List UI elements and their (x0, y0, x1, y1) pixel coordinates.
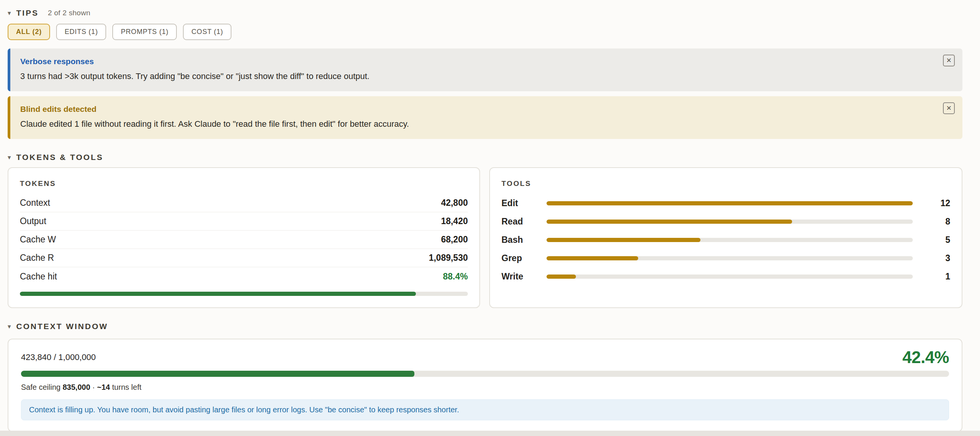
chevron-down-icon: ▾ (8, 323, 11, 330)
dismiss-tip-button[interactable]: ✕ (943, 102, 955, 114)
cache-hit-progress-bar (20, 292, 468, 296)
tokens-tools-section-header[interactable]: ▾ TOKENS & TOOLS (8, 153, 962, 162)
turns-left-value: ~14 (97, 383, 110, 391)
token-row: Output 18,420 (20, 212, 468, 231)
tip-card-verbose-responses: Verbose responses 3 turns had >3k output… (8, 48, 962, 91)
tip-body: Claude edited 1 file without reading it … (20, 119, 928, 129)
tip-title: Blind edits detected (20, 105, 928, 114)
tips-section-title: TIPS (16, 8, 39, 18)
context-percent: 42.4% (902, 348, 949, 367)
session-dashboard: ▾ TIPS 2 of 2 shown ALL (2) EDITS (1) PR… (8, 0, 962, 432)
context-note: Context is filling up. You have room, bu… (21, 399, 949, 420)
close-icon: ✕ (946, 104, 951, 112)
token-label: Context (20, 198, 50, 208)
tool-usage-bar-fill (547, 275, 576, 279)
token-value: 42,800 (441, 198, 468, 208)
tools-card-title: TOOLS (501, 179, 950, 188)
context-window-card: 423,840 / 1,000,000 42.4% Safe ceiling 8… (8, 339, 962, 432)
filter-pill-cost[interactable]: COST (1) (183, 24, 231, 40)
tool-usage-bar-fill (547, 238, 700, 242)
token-label: Output (20, 216, 46, 226)
tool-usage-bar (547, 220, 913, 224)
token-label: Cache W (20, 234, 56, 245)
token-row: Cache hit 88.4% (20, 267, 468, 286)
tips-filter-bar: ALL (2) EDITS (1) PROMPTS (1) COST (1) (8, 24, 962, 40)
context-progress-bar (21, 371, 949, 377)
token-value: 68,200 (441, 234, 468, 245)
tool-usage-bar (547, 238, 913, 242)
token-value: 1,089,530 (429, 253, 468, 263)
tip-card-blind-edits: Blind edits detected Claude edited 1 fil… (8, 96, 962, 139)
tool-usage-bar-fill (547, 256, 638, 260)
tool-count: 1 (928, 271, 950, 282)
context-usage-text: 423,840 / 1,000,000 (21, 352, 96, 362)
tool-count: 8 (928, 216, 950, 227)
tool-row: Bash 5 (501, 231, 950, 249)
tools-card: TOOLS Edit 12 Read 8 Bash 5 (489, 167, 962, 308)
tokens-card: TOKENS Context 42,800 Output 18,420 Cach… (8, 167, 480, 308)
tip-body: 3 turns had >3k output tokens. Try addin… (20, 71, 928, 81)
context-usage-row: 423,840 / 1,000,000 42.4% (21, 348, 949, 367)
tool-row: Write 1 (501, 267, 950, 286)
tool-usage-bar-fill (547, 220, 792, 224)
turns-left-label: turns left (112, 383, 142, 391)
tokens-tools-section-title: TOKENS & TOOLS (16, 153, 103, 162)
chevron-down-icon: ▾ (8, 154, 11, 161)
tips-shown-count: 2 of 2 shown (48, 9, 90, 17)
tool-usage-bar (547, 201, 913, 205)
cache-hit-progress-fill (20, 292, 416, 296)
filter-pill-prompts[interactable]: PROMPTS (1) (112, 24, 177, 40)
tool-count: 3 (928, 253, 950, 263)
cache-hit-value: 88.4% (443, 271, 468, 282)
tool-name: Bash (501, 235, 547, 245)
filter-pill-all[interactable]: ALL (2) (8, 24, 50, 40)
token-row: Cache W 68,200 (20, 231, 468, 249)
token-row: Cache R 1,089,530 (20, 249, 468, 267)
token-row: Context 42,800 (20, 194, 468, 212)
context-window-section-header[interactable]: ▾ CONTEXT WINDOW (8, 322, 962, 331)
context-window-section-title: CONTEXT WINDOW (16, 322, 108, 331)
tool-row: Edit 12 (501, 194, 950, 212)
tool-usage-bar (547, 256, 913, 260)
tool-row: Read 8 (501, 212, 950, 231)
tool-usage-bar-fill (547, 201, 913, 205)
dismiss-tip-button[interactable]: ✕ (943, 55, 955, 66)
tool-name: Write (501, 271, 547, 282)
tokens-card-title: TOKENS (20, 179, 468, 188)
tokens-tools-cards: TOKENS Context 42,800 Output 18,420 Cach… (8, 167, 962, 308)
safe-ceiling-text: Safe ceiling 835,000 · ~14 turns left (21, 383, 949, 392)
tip-title: Verbose responses (20, 57, 928, 66)
context-progress-fill (21, 371, 414, 377)
bottom-edge-strip (0, 431, 980, 436)
chevron-down-icon: ▾ (8, 10, 11, 16)
safe-ceiling-value: 835,000 (63, 383, 90, 391)
tool-count: 12 (928, 198, 950, 208)
tool-count: 5 (928, 235, 950, 245)
safe-ceiling-separator: · (92, 383, 95, 391)
tool-name: Edit (501, 198, 547, 208)
token-label: Cache hit (20, 271, 57, 282)
tool-usage-bar (547, 275, 913, 279)
tool-name: Grep (501, 253, 547, 263)
tool-name: Read (501, 216, 547, 227)
token-label: Cache R (20, 253, 54, 263)
tips-section-header[interactable]: ▾ TIPS 2 of 2 shown (8, 8, 962, 18)
tool-row: Grep 3 (501, 249, 950, 267)
close-icon: ✕ (946, 57, 951, 65)
safe-ceiling-prefix: Safe ceiling (21, 383, 60, 391)
filter-pill-edits[interactable]: EDITS (1) (56, 24, 106, 40)
token-value: 18,420 (441, 216, 468, 226)
